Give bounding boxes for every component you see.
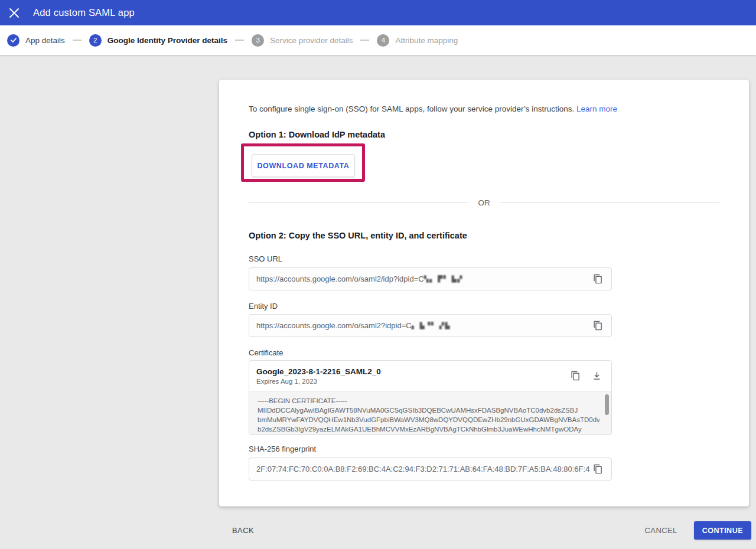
certificate-header: Google_2023-8-1-2216_SAML2_0 Expires Aug… xyxy=(249,361,611,391)
continue-button[interactable]: CONTINUE xyxy=(694,521,751,540)
divider-line xyxy=(500,202,719,203)
step-label: Google Identity Provider details xyxy=(107,36,227,45)
step-separator xyxy=(235,40,244,41)
divider-line xyxy=(249,202,468,203)
back-button[interactable]: BACK xyxy=(232,526,254,535)
certificate-name: Google_2023-8-1-2216_SAML2_0 xyxy=(256,367,568,376)
step-service-provider-details[interactable]: 3 Service provider details xyxy=(252,34,353,47)
step-separator xyxy=(360,40,369,41)
annotation-highlight-box: DOWNLOAD METADATA xyxy=(241,143,365,182)
idp-details-card: To configure single sign-on (SSO) for SA… xyxy=(219,80,749,506)
sso-url-field: https://accounts.google.com/o/saml2/idp?… xyxy=(249,267,612,290)
certificate-card: Google_2023-8-1-2216_SAML2_0 Expires Aug… xyxy=(249,360,612,435)
cancel-button[interactable]: CANCEL xyxy=(645,526,677,535)
learn-more-link[interactable]: Learn more xyxy=(576,104,617,113)
step1-check-icon xyxy=(7,34,19,47)
sha256-field: 2F:07:74:FC:70:C0:0A:B8:F2:69:BC:4A:C2:9… xyxy=(249,458,612,481)
sha256-value: 2F:07:74:FC:70:C0:0A:B8:F2:69:BC:4A:C2:9… xyxy=(256,465,590,473)
dialog-footer: BACK CANCEL CONTINUE xyxy=(219,521,751,540)
download-icon[interactable] xyxy=(589,368,604,384)
step3-number-badge: 3 xyxy=(252,34,264,47)
copy-icon[interactable] xyxy=(590,318,605,334)
certificate-body[interactable]: -----BEGIN CERTIFICATE----- MIIDdDCCAlyg… xyxy=(249,391,611,435)
dialog-header: Add custom SAML app xyxy=(0,0,756,25)
sha256-label: SHA-256 fingerprint xyxy=(249,445,316,453)
intro-sentence: To configure single sign-on (SSO) for SA… xyxy=(249,104,574,113)
certificate-expiry: Expires Aug 1, 2023 xyxy=(256,378,568,385)
or-label: OR xyxy=(478,198,490,207)
entity-id-value: https://accounts.google.com/o/saml2?idpi… xyxy=(256,321,590,330)
download-metadata-button[interactable]: DOWNLOAD METADATA xyxy=(252,154,355,177)
step-google-idp-details[interactable]: 2 Google Identity Provider details xyxy=(89,34,227,47)
redacted-text: ▚▖ ▛▘ ▙▞ xyxy=(424,275,463,282)
step2-number-badge: 2 xyxy=(89,34,102,47)
certificate-scrollbar-thumb[interactable] xyxy=(605,394,609,415)
step-app-details[interactable]: App details xyxy=(7,34,65,47)
step-attribute-mapping[interactable]: 4 Attribute mapping xyxy=(377,34,458,47)
step-separator xyxy=(73,40,82,41)
certificate-info: Google_2023-8-1-2216_SAML2_0 Expires Aug… xyxy=(256,367,568,385)
certificate-text-line: MIIDdDCCAlygAwIBAgIGAWT58NVuMA0GCSqGSIb3… xyxy=(258,406,599,415)
certificate-text-line: b2dsZSBGb3IgV29yazELMAkGA1UEBhMCVVMxEzAR… xyxy=(258,424,599,434)
option1-heading: Option 1: Download IdP metadata xyxy=(249,130,385,139)
or-divider: OR xyxy=(249,198,719,207)
step4-number-badge: 4 xyxy=(377,34,389,47)
step-label: App details xyxy=(25,36,65,45)
certificate-text-line: -----BEGIN CERTIFICATE----- xyxy=(258,396,599,406)
close-icon[interactable] xyxy=(6,5,22,21)
copy-icon[interactable] xyxy=(590,462,605,477)
certificate-label: Certificate xyxy=(249,348,284,357)
step-label: Service provider details xyxy=(270,36,353,45)
sso-url-value: https://accounts.google.com/o/saml2/idp?… xyxy=(256,274,590,283)
certificate-actions xyxy=(568,368,604,384)
dialog-title: Add custom SAML app xyxy=(33,7,135,18)
step-label: Attribute mapping xyxy=(395,36,458,45)
entity-id-label: Entity ID xyxy=(249,302,278,311)
entity-id-field: https://accounts.google.com/o/saml2?idpi… xyxy=(249,314,612,337)
copy-icon[interactable] xyxy=(568,368,583,384)
footer-actions: CANCEL CONTINUE xyxy=(645,521,751,540)
certificate-text-line: bmMuMRYwFAYDVQQHEw1Nb3VudGFpbiBWaWV3MQ8w… xyxy=(258,415,599,424)
redacted-text: ▖ ▙▝▘ ▞▙ xyxy=(412,322,451,329)
option2-heading: Option 2: Copy the SSO URL, entity ID, a… xyxy=(249,231,467,240)
stepper: App details 2 Google Identity Provider d… xyxy=(0,25,756,55)
intro-text: To configure single sign-on (SSO) for SA… xyxy=(249,104,617,113)
sso-url-label: SSO URL xyxy=(249,254,282,263)
copy-icon[interactable] xyxy=(590,272,605,287)
